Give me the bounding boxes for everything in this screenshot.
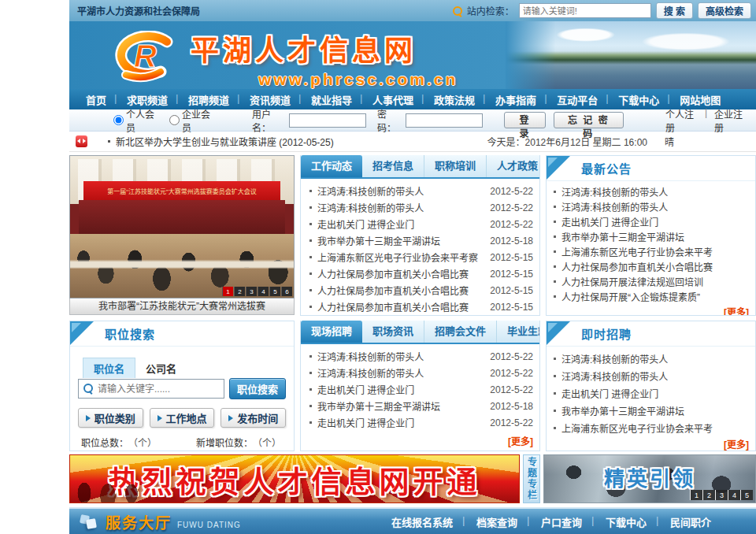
work-news-more-link[interactable]: [更多]: [301, 315, 539, 316]
news-item[interactable]: 走出机关门 进得企业门2012-5-22: [306, 381, 533, 398]
tab-workplace-info[interactable]: 职场资讯: [362, 321, 424, 343]
notice-item[interactable]: 人力社保局开展法律法规巡回培训: [550, 274, 749, 289]
service-hall-subtitle: FUWU DATING: [177, 521, 241, 529]
news-item[interactable]: 汪鸿涛:科技创新的带头人2012-5-22: [306, 199, 533, 216]
advanced-search-button[interactable]: 高级检索: [698, 2, 751, 19]
filter-location-button[interactable]: 工作地点: [150, 408, 215, 428]
tab-onsite-recruit[interactable]: 现场招聘: [301, 321, 362, 343]
elite-page-2[interactable]: 2: [702, 490, 715, 500]
elite-page-5[interactable]: 5: [740, 490, 753, 500]
job-search-button[interactable]: 职位搜索: [229, 378, 286, 399]
link-download-center[interactable]: 下载中心: [594, 514, 658, 529]
notice-item[interactable]: 我市举办第十三期金平湖讲坛: [550, 229, 749, 244]
special-column-strip[interactable]: 专题专栏: [523, 454, 540, 503]
live-recruit-more-link[interactable]: [更多]: [301, 433, 539, 451]
notice-item[interactable]: 汪鸿涛:科技创新的带头人: [550, 184, 749, 199]
elite-page-1[interactable]: 1: [690, 490, 702, 500]
recruit-item[interactable]: 上海浦东新区光电子行业协会来平考: [550, 419, 749, 436]
work-news-box: 工作动态 招考信息 职称培训 人才政策 汪鸿涛:科技创新的带头人2012-5-2…: [300, 155, 540, 316]
link-hukou-query[interactable]: 户口查询: [529, 514, 594, 529]
logo[interactable]: R 平湖人才信息网 www.phrcsc.com.cn: [107, 28, 458, 89]
site-search-input[interactable]: [519, 3, 651, 18]
bullet-icon: [309, 206, 312, 209]
notice-item[interactable]: 人力社保局开展“入企锻炼提素质”: [550, 289, 749, 304]
tab-work-dynamics[interactable]: 工作动态: [301, 155, 362, 177]
nav-home[interactable]: 首页: [76, 92, 117, 107]
tab-company-name[interactable]: 公司名: [135, 358, 187, 378]
password-input[interactable]: [406, 113, 483, 128]
photo-caption-link[interactable]: 我市部署“江苏技能状元”大赛常州选拔赛: [69, 299, 295, 315]
photo-page-4[interactable]: 4: [258, 287, 269, 296]
celebration-banner[interactable]: 热烈祝贺人才信息网开通: [69, 454, 520, 503]
recruit-item[interactable]: 汪鸿涛:科技创新的带头人: [550, 350, 749, 367]
photo-page-5[interactable]: 5: [269, 287, 280, 296]
filter-category-button[interactable]: 职位类别: [78, 408, 143, 428]
news-item[interactable]: 汪鸿涛:科技创新的带头人2012-5-22: [306, 365, 533, 381]
recruit-item[interactable]: 走出机关门 进得企业门: [550, 384, 749, 402]
link-online-registration[interactable]: 在线报名系统: [380, 514, 465, 529]
company-register-link[interactable]: 企业注册: [707, 107, 756, 134]
job-search-input-wrap: [78, 379, 224, 399]
photo-slideshow[interactable]: 第一届“江苏技能状元”大赛常州选拔赛委员会扩大会议 1 2 3 4 5 6: [69, 155, 295, 299]
recruit-item[interactable]: 我市举办第十三期金平湖讲坛: [550, 402, 749, 419]
bullet-icon: [309, 306, 312, 308]
ticker-news-link[interactable]: 新北区举办大学生创业与就业政策讲座 (2012-05-25): [116, 135, 334, 148]
news-item[interactable]: 汪鸿涛:科技创新的带头人2012-5-22: [306, 183, 533, 199]
nav-sitemap[interactable]: 网站地图: [669, 92, 731, 107]
news-item[interactable]: 上海浦东新区光电子行业协会来平考察2012-5-15: [306, 249, 533, 265]
banner-row: 热烈祝贺人才信息网开通 专题专栏 精英引领 1 2 3 4 5: [69, 454, 756, 503]
link-archive-query[interactable]: 档案查询: [465, 514, 529, 529]
nav-hr-agency[interactable]: 人事代理: [362, 92, 424, 107]
forgot-password-button[interactable]: 忘 记 密 码: [554, 112, 624, 128]
nav-download[interactable]: 下载中心: [608, 92, 669, 107]
nav-guide[interactable]: 办事指南: [485, 92, 547, 107]
tab-exam-info[interactable]: 招考信息: [362, 155, 424, 177]
photo-page-1[interactable]: 1: [222, 287, 233, 296]
photo-page-3[interactable]: 3: [246, 287, 257, 296]
news-item[interactable]: 人力社保局参加市直机关小合唱比赛2012-5-15: [306, 265, 533, 282]
nav-info[interactable]: 资讯频道: [239, 92, 301, 107]
photo-page-6[interactable]: 6: [281, 287, 292, 296]
nav-policy[interactable]: 政策法规: [424, 92, 485, 107]
company-member-radio[interactable]: [169, 115, 180, 125]
company-member-label: 企业会员: [182, 107, 217, 134]
notice-more-link[interactable]: [更多]: [547, 304, 755, 316]
news-item[interactable]: 人力社保局参加市直机关小合唱比赛2012-5-15: [306, 299, 533, 315]
job-keyword-input[interactable]: [78, 379, 224, 399]
nav-jobseeker[interactable]: 求职频道: [117, 92, 178, 107]
notice-item[interactable]: 汪鸿涛:科技创新的带头人: [550, 199, 749, 214]
tab-jobfair-files[interactable]: 招聘会文件: [424, 321, 497, 343]
personal-member-label: 个人会员: [126, 107, 161, 134]
news-item[interactable]: 人力社保局参加市直机关小合唱比赛2012-5-15: [306, 282, 533, 299]
tab-title-training[interactable]: 职称培训: [424, 155, 487, 177]
link-private-agency[interactable]: 民间职介: [658, 514, 723, 529]
notice-item[interactable]: 上海浦东新区光电子行业协会来平考: [550, 244, 749, 259]
tab-position-name[interactable]: 职位名: [83, 358, 135, 378]
personal-member-radio[interactable]: [113, 115, 124, 125]
news-item[interactable]: 我市举办第十三期金平湖讲坛2012-5-18: [306, 398, 533, 414]
news-item[interactable]: 我市举办第十三期金平湖讲坛2012-5-18: [306, 232, 533, 249]
personal-register-link[interactable]: 个人注册: [658, 107, 707, 134]
nav-guidance[interactable]: 就业指导: [301, 92, 362, 107]
tab-talent-policy[interactable]: 人才政策: [487, 155, 540, 177]
search-button[interactable]: 搜 索: [656, 2, 693, 19]
notice-item[interactable]: 走出机关门 进得企业门: [550, 214, 749, 229]
filter-date-button[interactable]: 发布时间: [220, 408, 286, 428]
photo-page-2[interactable]: 2: [234, 287, 245, 296]
news-item[interactable]: 走出机关门 进得企业门2012-5-22: [306, 216, 533, 232]
nav-interactive[interactable]: 互动平台: [547, 92, 608, 107]
elite-banner[interactable]: 精英引领 1 2 3 4 5: [543, 454, 756, 503]
instant-recruit-more-link[interactable]: [更多]: [547, 436, 755, 451]
recruit-item[interactable]: 汪鸿涛:科技创新的带头人: [550, 367, 749, 384]
elite-page-3[interactable]: 3: [715, 490, 728, 500]
login-button[interactable]: 登 录: [504, 112, 546, 128]
notice-item[interactable]: 人力社保局参加市直机关小合唱比赛: [550, 259, 749, 274]
elite-page-4[interactable]: 4: [728, 490, 740, 500]
username-input[interactable]: [289, 113, 366, 128]
notice-header: 最新公告: [547, 156, 755, 181]
nav-recruit[interactable]: 招聘频道: [178, 92, 239, 107]
tab-graduate-service[interactable]: 毕业生就业服务: [497, 321, 540, 343]
photo-banner-text: 第一届“江苏技能状元”大赛常州选拔赛委员会扩大会议: [83, 181, 280, 199]
news-item[interactable]: 汪鸿涛:科技创新的带头人2012-5-22: [306, 348, 533, 365]
news-item[interactable]: 走出机关门 进得企业门2012-5-22: [306, 414, 533, 431]
